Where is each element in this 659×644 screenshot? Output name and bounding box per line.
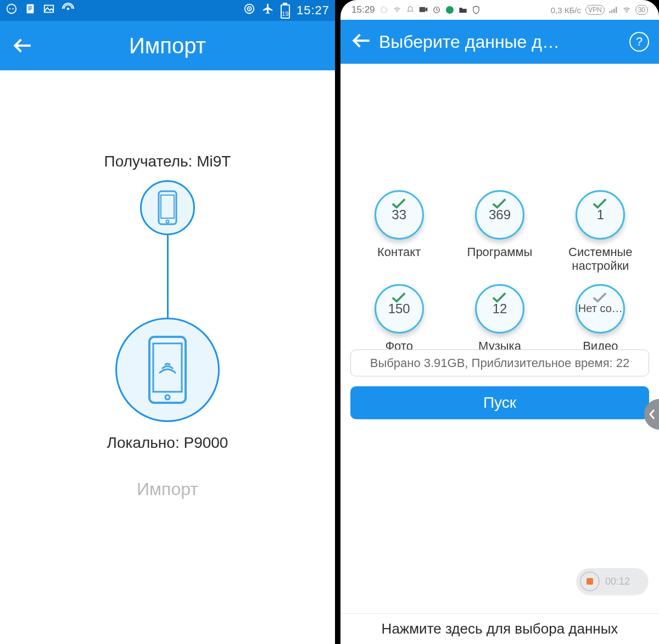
svg-point-15 xyxy=(166,220,169,223)
vpn-badge: VPN xyxy=(585,5,605,15)
category-count: 1 xyxy=(597,207,604,223)
start-button[interactable]: Пуск xyxy=(350,386,649,419)
category-label: Программы xyxy=(467,245,533,259)
back-button[interactable] xyxy=(11,35,33,57)
svg-point-1 xyxy=(9,8,10,9)
category-contacts[interactable]: 33 Контакт xyxy=(351,190,446,273)
receiver-device-icon xyxy=(140,180,195,235)
svg-point-2 xyxy=(13,8,14,9)
svg-point-19 xyxy=(381,7,387,13)
left-phone-screen: 19 15:27 Импорт Получатель: Mi9T xyxy=(0,0,335,644)
clock: 15:27 xyxy=(297,3,330,18)
airplane-icon xyxy=(262,3,274,18)
sync-icon xyxy=(379,5,388,14)
svg-rect-4 xyxy=(28,6,32,7)
svg-rect-24 xyxy=(609,11,610,13)
svg-marker-21 xyxy=(425,7,427,12)
check-icon xyxy=(391,291,407,302)
category-count: 12 xyxy=(493,301,507,317)
battery-badge: 30 xyxy=(635,5,648,15)
footer-hint[interactable]: Нажмите здесь для выбора данных xyxy=(340,613,659,644)
category-label: Системные настройки xyxy=(553,245,648,273)
svg-rect-5 xyxy=(28,8,32,8)
svg-point-0 xyxy=(7,4,16,14)
titlebar-left: Импорт xyxy=(0,21,335,70)
svg-point-11 xyxy=(249,8,250,10)
wifi-icon-2 xyxy=(622,5,631,14)
check-icon xyxy=(592,291,608,302)
svg-point-8 xyxy=(67,8,70,10)
signal-icon xyxy=(609,5,618,14)
content-right: 33 Контакт 369 Программы 1 Системные нас… xyxy=(340,64,659,644)
category-label: Контакт xyxy=(377,245,421,259)
wifi-icon xyxy=(393,5,401,14)
record-duration: 00:12 xyxy=(605,576,630,587)
cast-icon xyxy=(243,3,255,18)
receiver-label: Получатель: Mi9T xyxy=(104,153,231,170)
hotspot-icon xyxy=(62,3,75,18)
category-count: 150 xyxy=(388,301,410,317)
svg-point-28 xyxy=(626,12,627,13)
battery-icon: 19 xyxy=(281,3,290,19)
category-apps[interactable]: 369 Программы xyxy=(452,190,547,273)
battery-pct: 19 xyxy=(282,10,288,17)
back-button[interactable] xyxy=(350,30,371,53)
app-icon xyxy=(445,5,454,14)
content-left: Получатель: Mi9T Локально: P9000 Импорт xyxy=(0,70,335,644)
svg-point-18 xyxy=(165,395,170,399)
statusbar-right: 15:29 0,3 КБ/с VPN 30 xyxy=(340,0,659,20)
check-icon xyxy=(391,197,407,208)
check-icon xyxy=(492,197,508,208)
image-icon xyxy=(43,3,55,18)
connection-line xyxy=(167,235,169,318)
category-photos[interactable]: 150 Фото xyxy=(351,284,446,353)
svg-rect-6 xyxy=(28,9,31,10)
clock: 15:29 xyxy=(351,4,375,15)
svg-rect-14 xyxy=(161,195,174,218)
screen-record-widget[interactable]: 00:12 xyxy=(577,568,648,595)
record-icon xyxy=(580,571,600,591)
clock-icon xyxy=(432,5,441,14)
svg-point-23 xyxy=(446,6,454,14)
import-button[interactable]: Импорт xyxy=(137,479,198,499)
right-phone-screen: 15:29 0,3 КБ/с VPN 30 Выберите данные д…… xyxy=(340,0,659,644)
help-button[interactable]: ? xyxy=(629,32,649,52)
page-title: Импорт xyxy=(0,34,335,58)
svg-rect-27 xyxy=(616,7,617,13)
svg-rect-17 xyxy=(153,343,182,392)
category-count: 369 xyxy=(489,207,511,223)
selection-summary: Выбрано 3.91GB, Приблизительное время: 2… xyxy=(350,349,649,377)
sync-icon xyxy=(5,3,18,18)
shield-icon xyxy=(472,5,481,14)
category-music[interactable]: 12 Музыка xyxy=(452,284,547,353)
net-speed: 0,3 КБ/с xyxy=(551,5,581,15)
check-icon xyxy=(492,291,508,302)
local-device-icon xyxy=(115,318,220,422)
category-grid: 33 Контакт 369 Программы 1 Системные нас… xyxy=(340,190,659,353)
page-title: Выберите данные д… xyxy=(379,32,622,52)
category-system-settings[interactable]: 1 Системные настройки xyxy=(553,190,648,273)
local-label: Локально: P9000 xyxy=(107,434,228,452)
camera-icon xyxy=(419,5,428,14)
doc-icon xyxy=(24,3,36,18)
category-count: Нет со… xyxy=(578,302,623,315)
svg-rect-25 xyxy=(611,10,612,13)
svg-rect-3 xyxy=(27,4,34,14)
statusbar-left: 19 15:27 xyxy=(0,0,335,21)
category-video[interactable]: Нет со… Видео xyxy=(553,284,648,353)
folder-icon xyxy=(459,5,467,14)
category-count: 33 xyxy=(392,207,406,223)
check-icon xyxy=(592,197,608,208)
svg-rect-20 xyxy=(419,7,425,12)
titlebar-right: Выберите данные д… ? xyxy=(340,20,659,64)
bell-icon xyxy=(406,5,415,14)
svg-rect-26 xyxy=(613,9,615,13)
